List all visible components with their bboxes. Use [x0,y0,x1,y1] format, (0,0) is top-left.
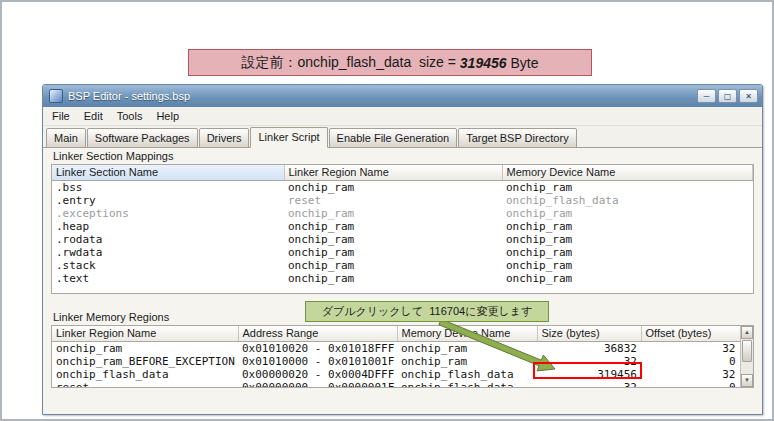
menu-help[interactable]: Help [149,108,186,124]
table-cell[interactable]: .heap [52,220,284,233]
annotation-size-value: 319456 [460,55,507,71]
table-cell[interactable]: 0x01010020 - 0x01018FFF [238,341,397,355]
table-cell[interactable]: onchip_flash_data [502,194,753,207]
table-cell[interactable]: 0x01010000 - 0x0101001F [238,355,397,368]
table-header-row: Linker Region NameAddress RangeMemory De… [52,326,753,341]
column-header[interactable]: Size (bytes) [537,326,641,341]
table-row[interactable]: onchip_ram0x01010020 - 0x01018FFFonchip_… [52,341,753,355]
tab-bar: MainSoftware PackagesDriversLinker Scrip… [43,126,762,148]
column-header[interactable]: Linker Region Name [284,165,502,180]
table-cell[interactable]: onchip_flash_data [52,368,238,381]
table-cell[interactable]: .entry [52,194,284,207]
table-cell[interactable]: onchip_flash_data [397,381,537,389]
table-cell[interactable]: onchip_ram [284,272,502,285]
window-title: BSP Editor - settings.bsp [68,90,190,102]
table-cell[interactable]: onchip_ram [284,220,502,233]
bsp-editor-window: BSP Editor - settings.bsp ─▢✕ FileEditTo… [42,84,763,415]
memory-regions-table: Linker Region NameAddress RangeMemory De… [52,326,753,388]
section-mappings-table: Linker Section NameLinker Region NameMem… [52,165,753,285]
menu-tools[interactable]: Tools [110,108,150,124]
table-cell[interactable]: onchip_ram_BEFORE_EXCEPTION [52,355,238,368]
table-cell[interactable]: 32 [641,368,753,381]
menu-file[interactable]: File [45,108,77,124]
vertical-scrollbar[interactable]: ▲ ▼ [740,326,753,387]
tab-software-packages[interactable]: Software Packages [87,128,198,148]
annotation-prefix: 設定前：onchip_flash_data size = [242,54,460,72]
table-row[interactable]: .entryresetonchip_flash_data [52,194,753,207]
tab-main[interactable]: Main [46,128,86,148]
memory-regions-body: onchip_ram0x01010020 - 0x01018FFFonchip_… [52,341,753,388]
table-cell[interactable]: 0 [641,355,753,368]
table-cell[interactable]: onchip_ram [502,180,753,194]
table-cell[interactable]: onchip_ram [284,259,502,272]
table-cell[interactable]: 32 [537,381,641,389]
highlighted-size-cell[interactable]: 319456 [537,368,641,381]
table-row[interactable]: .textonchip_ramonchip_ram [52,272,753,285]
table-row[interactable]: .heaponchip_ramonchip_ram [52,220,753,233]
scrollbar-thumb[interactable] [742,340,752,362]
column-header[interactable]: Linker Region Name [52,326,238,341]
table-cell[interactable]: 0x00000000 - 0x0000001F [238,381,397,389]
column-header[interactable]: Address Range [238,326,397,341]
scroll-down-icon[interactable]: ▼ [741,374,753,387]
table-row[interactable]: .rodataonchip_ramonchip_ram [52,233,753,246]
table-row[interactable]: .stackonchip_ramonchip_ram [52,259,753,272]
table-row[interactable]: .rwdataonchip_ramonchip_ram [52,246,753,259]
tab-target-bsp-directory[interactable]: Target BSP Directory [458,128,577,148]
app-icon [49,89,63,103]
table-cell[interactable]: .text [52,272,284,285]
table-cell[interactable]: onchip_ram [502,220,753,233]
window-titlebar[interactable]: BSP Editor - settings.bsp ─▢✕ [43,85,762,107]
callout-tooltip: ダブルクリックして 116704に変更します [305,301,549,322]
table-cell[interactable]: reset [284,194,502,207]
table-cell[interactable]: reset [52,381,238,389]
table-cell[interactable]: onchip_ram [284,207,502,220]
column-header[interactable]: Offset (bytes) [641,326,753,341]
table-cell[interactable]: .rwdata [52,246,284,259]
memory-regions-table-container: Linker Region NameAddress RangeMemory De… [51,325,754,388]
column-header[interactable]: Memory Device Name [397,326,537,341]
table-cell[interactable]: .bss [52,180,284,194]
table-cell[interactable]: onchip_ram [502,246,753,259]
close-button[interactable]: ✕ [739,89,758,103]
table-cell[interactable]: onchip_ram [502,259,753,272]
scrollbar-track[interactable] [741,363,753,374]
table-cell[interactable]: onchip_ram [502,207,753,220]
table-row[interactable]: reset0x00000000 - 0x0000001Fonchip_flash… [52,381,753,389]
table-cell[interactable]: .stack [52,259,284,272]
column-header[interactable]: Memory Device Name [502,165,753,180]
menu-bar: FileEditToolsHelp [43,107,762,126]
table-cell[interactable]: 32 [641,341,753,355]
table-row[interactable]: onchip_ram_BEFORE_EXCEPTION0x01010000 - … [52,355,753,368]
table-header-row: Linker Section NameLinker Region NameMem… [52,165,753,180]
table-cell[interactable]: 0x00000020 - 0x0004DFFF [238,368,397,381]
annotation-banner: 設定前：onchip_flash_data size = 319456 Byte [188,49,592,76]
table-cell[interactable]: onchip_ram [284,233,502,246]
table-cell[interactable]: 0 [641,381,753,389]
table-cell[interactable]: onchip_flash_data [397,368,537,381]
minimize-button[interactable]: ─ [697,89,716,103]
table-cell[interactable]: onchip_ram [502,272,753,285]
scroll-up-icon[interactable]: ▲ [741,326,753,339]
tab-linker-script[interactable]: Linker Script [250,127,327,148]
table-row[interactable]: .bssonchip_ramonchip_ram [52,180,753,194]
table-cell[interactable]: onchip_ram [397,341,537,355]
table-cell[interactable]: onchip_ram [284,246,502,259]
table-cell[interactable]: onchip_ram [397,355,537,368]
section-mappings-body: .bssonchip_ramonchip_ram.entryresetonchi… [52,180,753,285]
table-row[interactable]: onchip_flash_data0x00000020 - 0x0004DFFF… [52,368,753,381]
window-controls: ─▢✕ [697,89,758,103]
tab-enable-file-generation[interactable]: Enable File Generation [329,128,458,148]
table-cell[interactable]: .exceptions [52,207,284,220]
table-cell[interactable]: onchip_ram [502,233,753,246]
tab-drivers[interactable]: Drivers [199,128,250,148]
table-cell[interactable]: 36832 [537,341,641,355]
table-cell[interactable]: .rodata [52,233,284,246]
maximize-button[interactable]: ▢ [718,89,737,103]
column-header[interactable]: Linker Section Name [52,165,284,180]
table-cell[interactable]: 32 [537,355,641,368]
table-cell[interactable]: onchip_ram [52,341,238,355]
table-row[interactable]: .exceptionsonchip_ramonchip_ram [52,207,753,220]
table-cell[interactable]: onchip_ram [284,180,502,194]
menu-edit[interactable]: Edit [77,108,110,124]
